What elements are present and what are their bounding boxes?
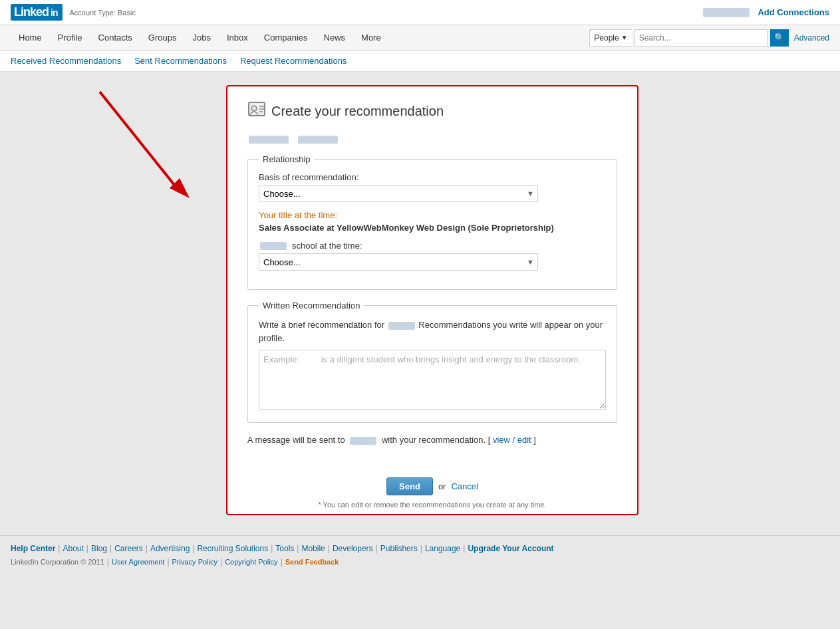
relationship-legend: Relationship [259,154,315,164]
message-prefix: A message will be sent to [247,435,345,445]
footer-advertising[interactable]: Advertising [150,544,190,553]
search-input[interactable] [634,29,768,47]
topbar-right: Add Connections [703,7,829,17]
rec-desc-prefix: Write a brief recommendation for [259,320,384,330]
rec-description: Write a brief recommendation for Recomme… [259,318,606,344]
school-select-wrapper: Choose... ▼ [259,253,538,271]
nav-links: Home Profile Contacts Groups Jobs Inbox … [11,26,589,49]
your-title-value: Sales Associate at YellowWebMonkey Web D… [259,223,606,233]
message-bracket-open: [ [488,435,493,445]
footer-mobile[interactable]: Mobile [301,544,325,553]
footer-developers[interactable]: Developers [333,544,373,553]
footer-blog[interactable]: Blog [91,544,107,553]
nav-news[interactable]: News [316,26,354,49]
footer-copyright: LinkedIn Corporation © 2011 [11,558,104,566]
message-row: A message will be sent to with your reco… [247,434,617,447]
recipient-name-1 [249,136,289,144]
basis-select[interactable]: Choose... [259,185,538,202]
footer-careers[interactable]: Careers [114,544,143,553]
nav-jobs[interactable]: Jobs [185,26,219,49]
footer-tools[interactable]: Tools [275,544,294,553]
people-dropdown[interactable]: People ▼ [589,29,631,47]
user-name-blurred [703,8,750,17]
message-suffix: with your recommendation. [382,435,486,445]
view-edit-link[interactable]: view / edit [493,435,531,445]
footer-user-agreement[interactable]: User Agreement [112,558,164,566]
svg-line-0 [100,92,180,191]
school-select[interactable]: Choose... [259,253,538,271]
footer-language[interactable]: Language [425,544,460,553]
school-row: school at the time: [259,241,606,251]
subnav-sent[interactable]: Sent Recommendations [134,56,227,66]
written-recommendation-section: Written Recommendation Write a brief rec… [247,301,617,423]
topbar-left: Linkedin Account Type: Basic [11,4,136,21]
logo-text: Linked [14,5,49,19]
footer-send-feedback[interactable]: Send Feedback [285,558,339,566]
recipient-name-2 [298,136,338,144]
navbar: Home Profile Contacts Groups Jobs Inbox … [0,25,840,51]
basis-select-wrapper: Choose... ▼ [259,185,538,202]
subnav-received[interactable]: Received Recommendations [11,56,121,66]
account-type-label: Account Type: Basic [69,9,135,17]
subnav: Received Recommendations Sent Recommenda… [0,51,840,72]
your-title-section: Your title at the time: Sales Associate … [259,210,606,233]
footer-publishers[interactable]: Publishers [380,544,418,553]
nav-profile[interactable]: Profile [50,26,90,49]
red-arrow-annotation [93,85,200,205]
edit-note: * You can edit or remove the recommendat… [227,501,637,514]
send-button[interactable]: Send [386,477,433,495]
actions-row: Send or Cancel [227,467,637,501]
your-title-label: Your title at the time: [259,210,606,220]
or-text: or [438,481,446,491]
recommendation-icon [247,100,266,122]
nav-contacts[interactable]: Contacts [90,26,140,49]
logo-in: in [49,7,59,19]
advanced-search-link[interactable]: Advanced [794,33,829,43]
footer-about[interactable]: About [63,544,83,553]
search-area: People ▼ 🔍 Advanced [589,29,829,47]
school-label: school at the time: [292,241,362,251]
relationship-section: Relationship Basis of recommendation: Ch… [247,154,617,290]
message-recipient-blurred [350,437,376,445]
form-card-inner: Create your recommendation Relationship … [227,86,637,467]
rec-recipient-blurred [388,322,415,330]
footer-privacy-policy[interactable]: Privacy Policy [172,558,217,566]
recipient-row [247,136,617,144]
form-title: Create your recommendation [271,104,444,119]
add-connections-link[interactable]: Add Connections [758,7,829,17]
footer-copy: LinkedIn Corporation © 2011 | User Agree… [11,557,829,566]
linkedin-logo: Linkedin [11,4,63,21]
main-content: Create your recommendation Relationship … [0,72,840,529]
topbar: Linkedin Account Type: Basic Add Connect… [0,0,840,25]
written-legend: Written Recommendation [259,301,364,311]
nav-inbox[interactable]: Inbox [219,26,256,49]
recommendation-textarea[interactable] [259,350,606,410]
cancel-link[interactable]: Cancel [451,481,478,491]
people-dropdown-label: People [594,33,619,43]
nav-groups[interactable]: Groups [140,26,185,49]
footer-upgrade[interactable]: Upgrade Your Account [468,544,553,553]
nav-more[interactable]: More [353,26,389,49]
footer-links: Help Center | About | Blog | Careers | A… [11,544,829,553]
nav-companies[interactable]: Companies [256,26,316,49]
recommendation-form-card: Create your recommendation Relationship … [226,85,638,515]
card-title-row: Create your recommendation [247,100,617,122]
message-bracket-close: ] [533,435,536,445]
footer-copyright-policy[interactable]: Copyright Policy [225,558,277,566]
school-blurred-name [260,242,287,250]
search-button[interactable]: 🔍 [770,29,789,47]
search-icon: 🔍 [774,33,785,43]
svg-point-3 [251,106,257,111]
subnav-request[interactable]: Request Recommendations [240,56,347,66]
dropdown-arrow-icon: ▼ [621,34,628,41]
footer-help-center[interactable]: Help Center [11,544,55,553]
footer-recruiting[interactable]: Recruiting Solutions [197,544,268,553]
nav-home[interactable]: Home [11,26,50,49]
basis-label: Basis of recommendation: [259,172,606,182]
footer: Help Center | About | Blog | Careers | A… [0,535,840,574]
